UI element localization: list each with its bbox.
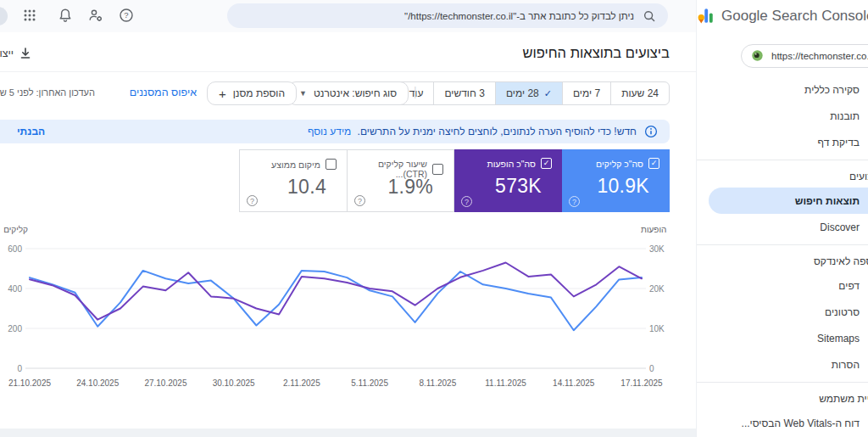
- sidebar-nav: סקירה כלליתתובנותבדיקת דףביצועיםתוצאות ח…: [697, 76, 868, 437]
- right-axis-title: הופעות: [641, 225, 666, 234]
- last-update-text: העדכון האחרון: לפני 5 שעות: [0, 87, 95, 98]
- property-url: https://techmonster.co.il: [771, 51, 868, 61]
- card-avg-position[interactable]: מיקום ממוצע10.4?: [239, 149, 347, 212]
- export-button[interactable]: ייצוא: [0, 47, 32, 60]
- sidebar-item-insights[interactable]: תובנות: [697, 103, 868, 129]
- right-axis-tick: 20K: [649, 284, 665, 294]
- app-logo: Google Search Console: [697, 7, 868, 25]
- x-axis-date-label: 5.11.2025: [351, 378, 388, 388]
- help-icon[interactable]: ?: [354, 195, 365, 206]
- header-divider: [0, 71, 696, 72]
- sidebar-section-divider: [697, 382, 868, 383]
- card-total-impressions[interactable]: ✓סה"כ הופעות573K?: [454, 149, 562, 212]
- sidebar-item-sitemaps[interactable]: Sitemaps: [697, 325, 868, 351]
- screen: ? ניתן לבדוק כל כתובת אתר ב-"https://tec…: [0, 0, 868, 437]
- metric-cards: ✓סה"כ קליקים10.9K?✓סה"כ הופעות573K?שיעור…: [239, 149, 670, 212]
- x-axis-date-label: 30.10.2025: [213, 378, 255, 388]
- search-type-chip[interactable]: סוג חיפוש: אינטרנט ▼: [287, 81, 409, 105]
- sidebar-item-search-results[interactable]: תוצאות חיפוש: [709, 188, 868, 214]
- left-axis-title: קליקים: [3, 225, 28, 234]
- date-range-7d[interactable]: 7 ימים: [562, 82, 610, 104]
- sidebar-header-experience[interactable]: חוויית משתמש: [719, 387, 868, 410]
- sidebar-header-indexing[interactable]: הוספה לאינדקס: [719, 249, 868, 272]
- info-banner: חדש! כדי להוסיף הערה לנתונים, לוחצים לחי…: [0, 120, 670, 143]
- series-line-impressions: [30, 263, 642, 320]
- metric-label-row: שיעור קליקים (CTR)...: [348, 150, 453, 179]
- left-axis-tick: 200: [8, 324, 22, 333]
- checkbox-icon[interactable]: [326, 159, 337, 170]
- x-axis-date-label: 17.11.2025: [620, 378, 663, 388]
- apps-grid-icon[interactable]: [22, 8, 37, 23]
- add-filter-label: הוספת מסנן: [233, 87, 285, 99]
- x-axis-date-label: 14.11.2025: [553, 378, 595, 388]
- performance-chart[interactable]: 60030K40020K20010K00קליקיםהופעות21.10.20…: [0, 214, 670, 399]
- sidebar-item-videos[interactable]: סרטונים: [697, 299, 868, 325]
- checkbox-icon[interactable]: [432, 164, 443, 175]
- got-it-button[interactable]: הבנתי: [17, 126, 45, 137]
- left-axis-tick: 400: [8, 284, 22, 294]
- metric-label: סה"כ קליקים: [596, 159, 643, 169]
- chevron-down-icon: ▼: [299, 89, 307, 98]
- export-label: ייצוא: [0, 48, 14, 59]
- date-range-label: 28 ימים: [506, 87, 539, 99]
- metric-value: 10.9K: [597, 175, 649, 198]
- date-range-label: 7 ימים: [573, 87, 600, 99]
- metric-label-row: מיקום ממוצע: [240, 150, 347, 170]
- right-axis-tick: 0: [649, 364, 654, 373]
- filter-separator: |: [414, 85, 417, 98]
- sidebar-item-pages[interactable]: דפים: [697, 272, 868, 299]
- url-inspection-search[interactable]: ניתן לבדוק כל כתובת אתר ב-"https://techm…: [227, 3, 668, 28]
- avatar[interactable]: [0, 7, 8, 25]
- metric-value: 10.4: [287, 176, 326, 199]
- date-range-24h[interactable]: 24 שעות: [610, 82, 669, 104]
- notifications-bell-icon[interactable]: [58, 8, 73, 23]
- date-range-28d[interactable]: ✓28 ימים: [495, 82, 562, 104]
- sidebar-item-url-inspection[interactable]: בדיקת דף: [697, 129, 868, 155]
- metric-label: מיקום ממוצע: [271, 160, 320, 170]
- card-ctr[interactable]: שיעור קליקים (CTR)...1.9%?: [347, 149, 454, 212]
- reset-filters-link[interactable]: איפוס המסננים: [130, 87, 197, 98]
- metric-value: 1.9%: [387, 176, 433, 199]
- sidebar-header-performance[interactable]: ביצועים: [719, 165, 868, 188]
- x-axis-date-label: 8.11.2025: [419, 378, 456, 388]
- search-console-logo-icon: [697, 7, 715, 25]
- right-axis-tick: 10K: [649, 324, 665, 333]
- date-range-label: 3 חודשים: [444, 87, 484, 99]
- info-icon: [644, 125, 658, 138]
- help-icon[interactable]: ?: [247, 195, 258, 206]
- learn-more-link[interactable]: מידע נוסף: [308, 126, 351, 137]
- search-icon: [643, 9, 656, 23]
- sidebar-item-core-web-vitals[interactable]: דוח ה-Web Vitals הבסיסי...: [697, 410, 868, 436]
- sidebar-item-discover[interactable]: Discover: [697, 214, 868, 240]
- x-axis-date-label: 27.10.2025: [144, 378, 186, 388]
- help-icon[interactable]: ?: [461, 196, 472, 207]
- property-selector[interactable]: https://techmonster.co.il: [741, 44, 868, 68]
- search-placeholder: ניתן לבדוק כל כתובת אתר ב-"https://techm…: [404, 11, 634, 21]
- left-axis-tick: 0: [17, 364, 22, 373]
- sidebar-item-overview[interactable]: סקירה כללית: [697, 76, 868, 103]
- date-range-label: 24 שעות: [621, 87, 659, 99]
- svg-text:?: ?: [124, 10, 128, 20]
- help-icon[interactable]: ?: [569, 196, 580, 207]
- metric-label-row: ✓סה"כ הופעות: [454, 149, 562, 169]
- banner-text: חדש! כדי להוסיף הערה לנתונים, לוחצים לחי…: [308, 126, 637, 137]
- page-title: ביצועים בתוצאות החיפוש: [522, 45, 670, 61]
- help-icon[interactable]: ?: [119, 8, 134, 23]
- download-icon: [19, 47, 32, 60]
- card-total-clicks[interactable]: ✓סה"כ קליקים10.9K?: [562, 149, 670, 212]
- add-filter-chip[interactable]: הוספת מסנן +: [207, 81, 297, 105]
- sidebar-item-removals[interactable]: הסרות: [697, 351, 868, 378]
- checkbox-icon[interactable]: ✓: [648, 158, 659, 169]
- date-range-control: 24 שעות7 ימים✓28 ימים3 חודשיםעוד▼: [386, 81, 670, 105]
- right-axis-tick: 30K: [649, 244, 665, 254]
- date-range-3m[interactable]: 3 חודשים: [433, 82, 494, 104]
- user-settings-icon[interactable]: [88, 8, 103, 23]
- metric-label-row: ✓סה"כ קליקים: [562, 149, 670, 169]
- x-axis-date-label: 2.11.2025: [283, 378, 320, 388]
- plus-icon: +: [219, 87, 226, 101]
- bottom-strip: [0, 429, 696, 437]
- checkbox-icon[interactable]: ✓: [541, 158, 552, 169]
- x-axis-date-label: 24.10.2025: [76, 378, 119, 388]
- check-icon: ✓: [544, 88, 552, 99]
- metric-value: 573K: [495, 175, 542, 198]
